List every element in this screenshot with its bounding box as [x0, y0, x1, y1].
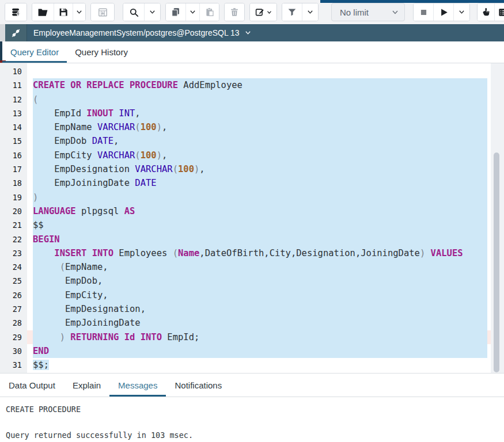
line-number: 25 — [0, 274, 27, 288]
code-line[interactable]: 29 ) RETURNING Id INTO EmpId; — [0, 330, 491, 344]
code-text: BEGIN — [33, 233, 487, 246]
execute-button[interactable] — [433, 3, 453, 21]
tab-label: Explain — [73, 380, 101, 390]
tab-notifications[interactable]: Notifications — [166, 374, 230, 397]
search-icon — [128, 7, 139, 18]
line-number: 31 — [0, 358, 27, 372]
query-tool-button[interactable] — [5, 3, 26, 21]
code-line[interactable]: 20LANGUAGE plpgsql AS — [0, 204, 491, 218]
edit-pencil-icon — [255, 7, 272, 17]
chevron-down-icon — [76, 10, 82, 14]
pgadmin-query-tool: No limit — [0, 0, 504, 442]
code-text: EmpJoiningDate DATE — [33, 176, 487, 190]
connection-bar-left-pad — [0, 24, 5, 41]
line-number: 13 — [0, 106, 27, 120]
row-limit-select[interactable]: No limit — [331, 3, 405, 21]
code-line[interactable]: 25 EmpDob, — [0, 274, 491, 288]
line-number: 19 — [0, 190, 27, 204]
code-text: INSERT INTO Employees (Name,DateOfBirth,… — [33, 246, 487, 260]
macros-button[interactable] — [494, 3, 504, 21]
filter-options-dropdown[interactable] — [302, 3, 318, 21]
stop-button — [414, 3, 433, 21]
code-line[interactable]: 31$$; — [0, 358, 491, 372]
connection-status-box[interactable] — [5, 24, 27, 41]
save-file-button[interactable] — [54, 3, 73, 21]
code-line[interactable]: 12( — [0, 93, 491, 106]
code-line[interactable]: 26 EmpCity, — [0, 288, 491, 302]
connection-bar: EmployeeManagementSystem/postgres@Postgr… — [0, 24, 504, 41]
edit-menu-button[interactable] — [250, 3, 276, 21]
plug-connected-icon — [10, 28, 21, 39]
code-line[interactable]: 28 EmpJoiningDate — [0, 316, 491, 330]
tab-query-history[interactable]: Query History — [67, 41, 136, 63]
code-line[interactable]: 11CREATE OR REPLACE PROCEDURE AddEmploye… — [0, 78, 491, 92]
code-line[interactable]: 14 EmpName VARCHAR(100), — [0, 120, 491, 134]
line-number: 26 — [0, 288, 27, 302]
message-status: CREATE PROCEDURE — [6, 405, 504, 414]
tab-explain[interactable]: Explain — [64, 374, 109, 397]
paste-button — [199, 3, 219, 21]
code-line[interactable]: 30END — [0, 344, 491, 358]
save-options-dropdown[interactable] — [73, 3, 85, 21]
save-icon — [58, 7, 69, 17]
line-number: 29 — [0, 330, 27, 344]
folder-open-icon — [37, 7, 48, 18]
code-text: $$ — [33, 218, 487, 232]
code-line[interactable]: 22BEGIN — [0, 233, 491, 246]
code-line[interactable]: 19) — [0, 190, 491, 204]
code-text: (EmpName, — [33, 260, 487, 274]
line-number: 23 — [0, 246, 27, 260]
fold-gutter — [27, 288, 33, 302]
clipboard-group — [165, 3, 219, 21]
line-number: 30 — [0, 344, 27, 358]
copy-options-dropdown[interactable] — [185, 3, 199, 21]
editor-scrollbar-thumb[interactable] — [494, 153, 499, 372]
fold-gutter — [27, 218, 33, 232]
fold-gutter — [27, 316, 33, 330]
tab-label: Query History — [75, 47, 128, 57]
code-line[interactable]: 10 — [0, 64, 491, 78]
editor-scrollbar-track[interactable] — [491, 63, 504, 373]
code-line[interactable]: 18 EmpJoiningDate DATE — [0, 176, 491, 190]
tab-data-output[interactable]: Data Output — [0, 374, 64, 397]
tab-label: Data Output — [9, 380, 55, 390]
sql-editor[interactable]: 1011CREATE OR REPLACE PROCEDURE AddEmplo… — [0, 63, 504, 373]
fold-gutter — [27, 330, 33, 344]
fold-gutter — [27, 246, 33, 260]
execute-options-dropdown[interactable] — [453, 3, 469, 21]
fold-gutter — [27, 78, 33, 92]
fold-gutter — [27, 190, 33, 204]
chevron-down-icon — [392, 10, 399, 15]
code-line[interactable]: 27 EmpDesignation, — [0, 302, 491, 316]
code-text: CREATE OR REPLACE PROCEDURE AddEmployee — [33, 78, 487, 92]
delete-group — [224, 3, 245, 21]
tab-query-editor[interactable]: Query Editor — [2, 41, 67, 63]
connection-title-dropdown[interactable]: EmployeeManagementSystem/postgres@Postgr… — [27, 24, 251, 41]
open-file-button[interactable] — [32, 3, 54, 21]
code-text: ) — [33, 190, 487, 204]
code-line[interactable]: 23 INSERT INTO Employees (Name,DateOfBir… — [0, 246, 491, 260]
find-button[interactable] — [123, 3, 144, 21]
fold-gutter — [27, 106, 33, 120]
copy-button[interactable] — [166, 3, 185, 21]
code-line[interactable]: 17 EmpDesignation VARCHAR(100), — [0, 162, 491, 176]
code-line[interactable]: 21$$ — [0, 218, 491, 232]
code-text: EmpDesignation, — [33, 302, 487, 316]
fold-gutter — [27, 148, 33, 162]
file-group — [32, 3, 86, 21]
line-number: 15 — [0, 134, 27, 148]
code-line[interactable]: 15 EmpDob DATE, — [0, 134, 491, 148]
window-top-strip — [320, 0, 504, 3]
find-options-dropdown[interactable] — [144, 3, 160, 21]
filter-button[interactable] — [282, 3, 302, 21]
output-tabstrip: Data Output Explain Messages Notificatio… — [0, 373, 504, 397]
tab-messages[interactable]: Messages — [109, 374, 166, 397]
code-text: EmpCity, — [33, 288, 487, 302]
database-bolt-icon — [10, 7, 21, 18]
code-line[interactable]: 13 EmpId INOUT INT, — [0, 106, 491, 120]
code-line[interactable]: 16 EmpCity VARCHAR(100), — [0, 148, 491, 162]
message-result: Query returned successfully in 103 msec. — [6, 430, 504, 440]
code-line[interactable]: 24 (EmpName, — [0, 260, 491, 274]
filter-group — [282, 3, 319, 21]
commit-button[interactable] — [478, 3, 494, 21]
